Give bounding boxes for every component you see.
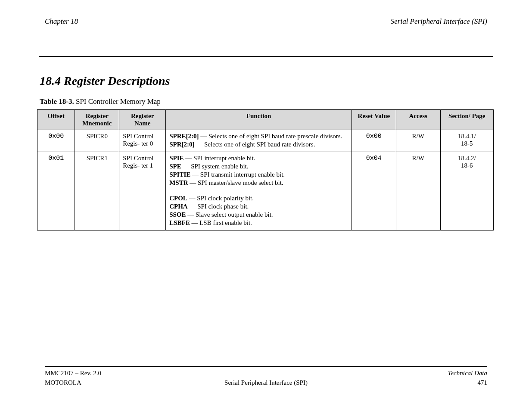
col-access: Access bbox=[396, 110, 440, 130]
section-title: 18.4 Register Descriptions bbox=[39, 74, 493, 88]
table-row: 0x01SPICR1SPI Control Regis- ter 1SPIE —… bbox=[37, 152, 494, 230]
table-caption: Table 18-3. SPI Controller Memory Map bbox=[39, 97, 493, 106]
bitfield-name: SPR[2:0] bbox=[169, 141, 194, 148]
bitfield-desc: — SPI clock polarity bit. bbox=[187, 195, 254, 202]
function-line: LSBFE — LSB first enable bit. bbox=[169, 219, 348, 227]
bitfield-name: LSBFE bbox=[169, 219, 190, 226]
section-ref: 18.4.1/ bbox=[444, 133, 490, 140]
table-row: 0x00SPICR0SPI Control Regis- ter 0SPRE[2… bbox=[37, 130, 494, 152]
footer-rule bbox=[45, 366, 487, 367]
table-cell: 0x01 bbox=[37, 152, 75, 230]
col-name: Register Name bbox=[119, 110, 166, 130]
bitfield-desc: — Slave select output enable bit. bbox=[186, 211, 273, 218]
header-chapter: Chapter 18 bbox=[45, 17, 78, 26]
table-header-row: Offset Register Mnemonic Register Name F… bbox=[37, 110, 494, 130]
header-rule bbox=[39, 56, 493, 57]
bitfield-name: SPITIE bbox=[169, 171, 190, 178]
col-reset: Reset Value bbox=[352, 110, 396, 130]
bitfield-desc: — SPI interrupt enable bit. bbox=[184, 155, 255, 162]
bitfield-name: SSOE bbox=[169, 211, 186, 218]
function-line: SPE — SPI system enable bit. bbox=[169, 163, 348, 170]
bitfield-name: MSTR bbox=[169, 179, 188, 186]
bitfield-name: SPE bbox=[169, 163, 181, 170]
table-cell: SPI Control Regis- ter 0 bbox=[119, 130, 166, 152]
footer-page-num: 471 bbox=[478, 379, 488, 386]
table-cell: 0x04 bbox=[352, 152, 396, 230]
table-cell: 0x00 bbox=[37, 130, 75, 152]
col-function: Function bbox=[166, 110, 352, 130]
function-line: SSOE — Slave select output enable bit. bbox=[169, 211, 348, 218]
col-section: Section/ Page bbox=[440, 110, 493, 130]
function-line: SPR[2:0] — Selects one of eight SPI baud… bbox=[169, 141, 348, 148]
register-table: Offset Register Mnemonic Register Name F… bbox=[37, 109, 494, 230]
table-cell: SPICR1 bbox=[75, 152, 119, 230]
table-caption-label: Table 18-3. bbox=[40, 97, 74, 106]
footer-section: Serial Peripheral Interface (SPI) bbox=[224, 379, 308, 386]
function-subrule bbox=[169, 191, 348, 191]
bitfield-desc: — SPI clock phase bit. bbox=[188, 203, 249, 210]
page-ref: 18-6 bbox=[444, 162, 490, 169]
bitfield-desc: — LSB first enable bit. bbox=[190, 219, 252, 226]
col-mnemonic: Register Mnemonic bbox=[75, 110, 119, 130]
footer-rev: MMC2107 – Rev. 2.0 bbox=[45, 370, 101, 377]
bitfield-desc: — SPI system enable bit. bbox=[181, 163, 249, 170]
col-offset: Offset bbox=[37, 110, 75, 130]
section-cell: 18.4.2/18-6 bbox=[440, 152, 493, 230]
function-cell: SPIE — SPI interrupt enable bit.SPE — SP… bbox=[166, 152, 352, 230]
section-ref: 18.4.2/ bbox=[444, 155, 490, 162]
function-line: CPOL — SPI clock polarity bit. bbox=[169, 195, 348, 202]
table-cell: R/W bbox=[396, 152, 440, 230]
function-line: MSTR — SPI master/slave mode select bit. bbox=[169, 179, 348, 187]
footer-doc: Technical Data bbox=[448, 370, 487, 377]
bitfield-desc: — SPI master/slave mode select bit. bbox=[188, 179, 283, 186]
bitfield-name: CPOL bbox=[169, 195, 187, 202]
bitfield-name: SPIE bbox=[169, 155, 184, 162]
function-line: CPHA — SPI clock phase bit. bbox=[169, 203, 348, 210]
page-ref: 18-5 bbox=[444, 140, 490, 147]
bitfield-name: SPRE[2:0] bbox=[169, 133, 199, 140]
page: Chapter 18 Serial Peripheral Interface (… bbox=[0, 0, 532, 411]
bitfield-desc: — Selects one of eight SPI baud rate div… bbox=[194, 141, 315, 148]
header-section: Serial Peripheral Interface (SPI) bbox=[391, 17, 487, 26]
function-cell: SPRE[2:0] — Selects one of eight SPI bau… bbox=[166, 130, 352, 152]
table-cell: SPI Control Regis- ter 1 bbox=[119, 152, 166, 230]
page-footer: MMC2107 – Rev. 2.0 Technical Data MOTORO… bbox=[45, 366, 487, 389]
table-caption-text: SPI Controller Memory Map bbox=[76, 97, 161, 106]
bitfield-desc: — SPI transmit interrupt enable bit. bbox=[190, 171, 285, 178]
bitfield-name: CPHA bbox=[169, 203, 188, 210]
function-line: SPIE — SPI interrupt enable bit. bbox=[169, 155, 348, 162]
section-cell: 18.4.1/18-5 bbox=[440, 130, 493, 152]
table-cell: SPICR0 bbox=[75, 130, 119, 152]
footer-vendor: MOTOROLA bbox=[45, 379, 81, 386]
function-line: SPRE[2:0] — Selects one of eight SPI bau… bbox=[169, 133, 348, 140]
table-cell: 0x00 bbox=[352, 130, 396, 152]
function-line: SPITIE — SPI transmit interrupt enable b… bbox=[169, 171, 348, 178]
bitfield-desc: — Selects one of eight SPI baud rate pre… bbox=[199, 133, 342, 140]
table-cell: R/W bbox=[396, 130, 440, 152]
